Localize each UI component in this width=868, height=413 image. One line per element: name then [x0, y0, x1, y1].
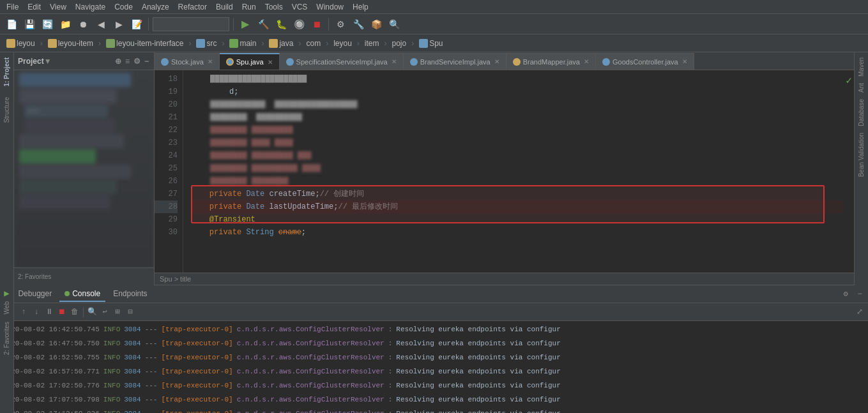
menu-code[interactable]: Code: [110, 1, 137, 13]
run-button[interactable]: ▶: [238, 17, 253, 32]
sdk-button[interactable]: 📦: [369, 17, 384, 32]
expand-console-icon[interactable]: ⤢: [854, 306, 865, 318]
layout-icon-2[interactable]: ⊟: [125, 306, 136, 318]
scroll-up-icon[interactable]: ↑: [18, 306, 29, 318]
back-button[interactable]: ◀: [93, 17, 109, 32]
left-sidebar: 1: Project Structure: [0, 52, 14, 285]
settings-gear-icon[interactable]: ⚙: [840, 289, 851, 300]
tab-brand-mapper-close[interactable]: ✕: [584, 58, 589, 65]
nav-src[interactable]: src: [194, 38, 219, 49]
menu-build[interactable]: Build: [212, 1, 237, 13]
nav-main[interactable]: main: [227, 38, 259, 49]
menu-view[interactable]: View: [46, 1, 70, 13]
breadcrumb-spu: Spu > title: [160, 275, 191, 283]
tab-brand-service-java[interactable]: BrandServiceImpl.java ✕: [404, 53, 506, 70]
new-file-button[interactable]: 📄: [4, 17, 19, 32]
filter-icon[interactable]: 🔍: [86, 306, 98, 318]
minimize-icon[interactable]: −: [854, 289, 865, 300]
coverage-button[interactable]: 🔘: [291, 17, 307, 32]
menu-file[interactable]: File: [3, 1, 22, 13]
project-panel-label[interactable]: 1: Project: [2, 55, 11, 89]
tab-brand-service-close[interactable]: ✕: [494, 58, 499, 65]
check-icon: ✓: [846, 74, 852, 87]
code-editor[interactable]: 18 19 20 21 22 23 24 25 26 27 28 29 30 █…: [155, 70, 854, 273]
stock-java-icon: [161, 58, 169, 66]
nav-java[interactable]: java: [266, 38, 296, 49]
tab-console[interactable]: Console: [59, 287, 105, 302]
tab-stock-close[interactable]: ✕: [208, 58, 213, 65]
tab-endpoints[interactable]: Endpoints: [108, 287, 152, 302]
wrap-icon[interactable]: ↩: [99, 306, 110, 318]
run-config-field[interactable]: [153, 17, 229, 31]
recent-button[interactable]: 📝: [129, 17, 144, 32]
nav-leyou2[interactable]: leyou: [331, 38, 354, 49]
tab-spu-close[interactable]: ✕: [268, 59, 273, 66]
nav-leyou[interactable]: leyou: [4, 38, 38, 49]
tab-brand-mapper-java[interactable]: BrandMapper.java ✕: [506, 53, 596, 70]
nav-leyou-item-interface[interactable]: leyou-item-interface: [103, 38, 186, 49]
database-label[interactable]: Database: [857, 96, 866, 129]
toolbar: 📄 💾 🔄 📁 ⏺ ◀ ▶ 📝 ▶ 🔨 🐛 🔘 ⏹ ⚙ 🔧 📦 🔍: [0, 14, 868, 34]
favorites-label[interactable]: 2: Favorites: [3, 322, 10, 355]
log-level: INFO: [103, 410, 120, 413]
tab-spu-java[interactable]: Spu.java ✕: [220, 53, 280, 70]
sync-button[interactable]: 🔄: [40, 17, 55, 32]
sidebar-action-3[interactable]: ⚙: [132, 57, 142, 66]
layout-icon-1[interactable]: ⊞: [112, 306, 123, 318]
menu-vcs[interactable]: VCS: [288, 1, 312, 13]
external-tool-button[interactable]: 🔧: [351, 17, 366, 32]
editor-tabs: Stock.java ✕ Spu.java ✕ SpecificationSer…: [155, 52, 854, 70]
bean-validation-label[interactable]: Bean Validation: [857, 130, 866, 179]
stop-console-icon[interactable]: ⏹: [56, 306, 68, 318]
menu-tools[interactable]: Tools: [261, 1, 287, 13]
tab-spec-close[interactable]: ✕: [392, 58, 397, 65]
sidebar-action-2[interactable]: ≡: [124, 57, 131, 66]
comment-lastupdatetime: // 最后修改时间: [338, 200, 398, 213]
web-label[interactable]: Web: [3, 301, 10, 314]
menu-analyze[interactable]: Analyze: [138, 1, 173, 13]
forward-button[interactable]: ▶: [111, 17, 126, 32]
date-type-27: Date: [246, 188, 269, 200]
log-entry: 2020-08-02 17:12:50.836 INFO 3084 --- [t…: [0, 407, 868, 413]
code-content[interactable]: █████████████████████ d; ████████████ ██…: [183, 70, 844, 273]
pause-icon[interactable]: ⏸: [43, 306, 55, 318]
nav-leyou-item[interactable]: leyou-item: [45, 38, 96, 49]
debug-button[interactable]: 🐛: [273, 17, 289, 32]
search-everywhere-button[interactable]: 🔍: [386, 17, 402, 32]
build-button[interactable]: 🔨: [255, 17, 271, 32]
menu-window[interactable]: Window: [312, 1, 347, 13]
field-cname: cname: [278, 226, 301, 239]
scroll-down-icon[interactable]: ↓: [31, 306, 42, 318]
tab-spec-java[interactable]: SpecificationServiceImpl.java ✕: [280, 53, 404, 70]
save-button[interactable]: 💾: [22, 17, 37, 32]
maven-label[interactable]: Maven: [857, 55, 866, 79]
sidebar-actions: ⊕ ≡ ⚙ −: [114, 57, 150, 66]
nav-pojo[interactable]: pojo: [389, 38, 409, 49]
log-entry: 2020-08-02 16:42:50.745 INFO 3084 --- [t…: [0, 322, 868, 336]
nav-spu[interactable]: Spu: [416, 38, 445, 49]
home-button[interactable]: ⏺: [75, 17, 91, 32]
tab-stock-java[interactable]: Stock.java ✕: [155, 53, 220, 70]
open-button[interactable]: 📁: [57, 17, 73, 32]
menu-navigate[interactable]: Navigate: [72, 1, 109, 13]
structure-panel-label[interactable]: Structure: [2, 94, 11, 126]
nav-com[interactable]: com: [303, 38, 323, 49]
sidebar-action-4[interactable]: −: [143, 57, 150, 66]
menu-help[interactable]: Help: [349, 1, 372, 13]
menu-run[interactable]: Run: [238, 1, 260, 13]
bottom-run-icon[interactable]: ▶: [4, 288, 9, 299]
tab-goods-controller-java[interactable]: GoodsController.java ✕: [596, 53, 694, 70]
sidebar-action-1[interactable]: ⊕: [114, 57, 123, 66]
tab-debugger[interactable]: Debugger: [13, 287, 57, 302]
nav-item[interactable]: item: [362, 38, 382, 49]
stop-button[interactable]: ⏹: [309, 17, 324, 32]
clear-icon[interactable]: 🗑: [69, 306, 80, 318]
menu-refactor[interactable]: Refactor: [174, 1, 211, 13]
tab-goods-controller-close[interactable]: ✕: [682, 58, 687, 65]
ant-label[interactable]: Ant: [857, 80, 866, 95]
project-dropdown-icon[interactable]: ▼: [44, 57, 52, 66]
structure-label[interactable]: 2: Favorites: [18, 273, 51, 280]
menu-edit[interactable]: Edit: [24, 1, 45, 13]
settings-button[interactable]: ⚙: [333, 17, 348, 32]
nav-src-label: src: [206, 39, 217, 48]
